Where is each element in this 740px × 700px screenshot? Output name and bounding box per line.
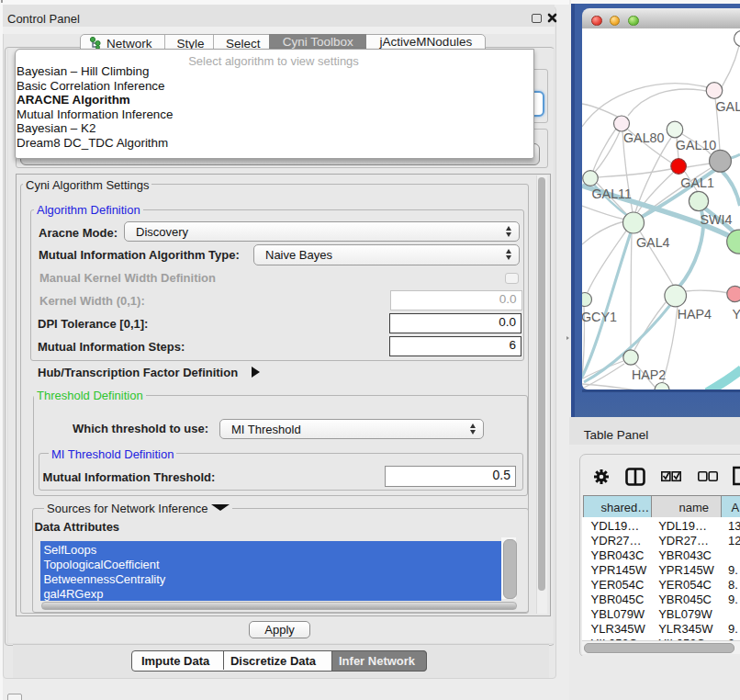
svg-text:GAL7: GAL7 [716, 99, 740, 114]
svg-text:GCY1: GCY1 [582, 310, 617, 324]
svg-text:GAL11: GAL11 [592, 186, 632, 201]
svg-text:SWI4: SWI4 [701, 212, 733, 227]
svg-text:GAL10: GAL10 [676, 138, 717, 152]
svg-text:HAP4: HAP4 [678, 307, 712, 322]
svg-text:GAL80: GAL80 [623, 130, 665, 145]
svg-text:GAL1: GAL1 [680, 175, 714, 190]
svg-text:Y: Y [733, 307, 740, 322]
svg-text:GAL4: GAL4 [636, 235, 670, 250]
svg-text:HAP2: HAP2 [632, 367, 666, 382]
